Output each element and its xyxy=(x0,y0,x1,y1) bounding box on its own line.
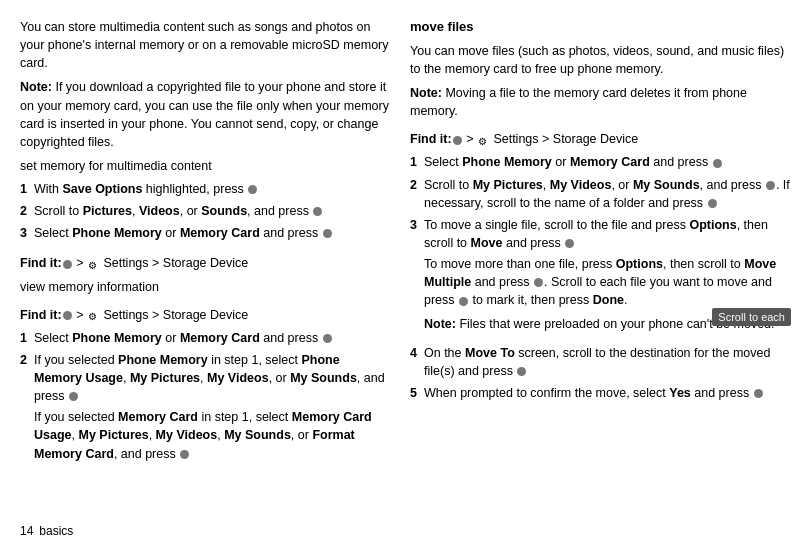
right-list: 1Select Phone Memory or Memory Card and … xyxy=(410,153,791,406)
page-label: basics xyxy=(39,524,73,538)
list-item: 3Select Phone Memory or Memory Card and … xyxy=(20,224,390,242)
find-it-2: Find it: > ⚙ Settings > Storage Device xyxy=(20,306,390,324)
list-item: 4On the Move To screen, scroll to the de… xyxy=(410,344,791,380)
list-item: 2Scroll to Pictures, Videos, or Sounds, … xyxy=(20,202,390,220)
left-note: Note: If you download a copyrighted file… xyxy=(20,78,390,151)
set-memory-title: set memory for multimedia content xyxy=(20,157,390,175)
view-memory-title: view memory information xyxy=(20,278,390,296)
page-footer: 14 basics xyxy=(20,524,73,538)
left-intro-para: You can store multimedia content such as… xyxy=(20,18,390,72)
page-number: 14 xyxy=(20,524,33,538)
set-memory-list: 1With Save Options highlighted, press 2S… xyxy=(20,180,390,246)
list-item: 1Select Phone Memory or Memory Card and … xyxy=(20,329,390,347)
scroll-to-each-badge: Scroll to each xyxy=(712,308,791,326)
find-it-1: Find it: > ⚙ Settings > Storage Device xyxy=(20,254,390,272)
list-item: 1With Save Options highlighted, press xyxy=(20,180,390,198)
right-note: Note: Moving a file to the memory card d… xyxy=(410,84,791,120)
right-section-title: move files xyxy=(410,18,791,37)
right-column: move files You can move files (such as p… xyxy=(410,18,791,538)
right-intro-para: You can move files (such as photos, vide… xyxy=(410,42,791,78)
list-item: 2Scroll to My Pictures, My Videos, or My… xyxy=(410,176,791,212)
list-item: 2If you selected Phone Memory in step 1,… xyxy=(20,351,390,469)
right-find-it: Find it: > ⚙ Settings > Storage Device xyxy=(410,130,791,148)
page-container: You can store multimedia content such as… xyxy=(0,0,811,556)
left-column: You can store multimedia content such as… xyxy=(20,18,390,538)
view-memory-list: 1Select Phone Memory or Memory Card and … xyxy=(20,329,390,473)
list-item: 1Select Phone Memory or Memory Card and … xyxy=(410,153,791,171)
list-item: 5When prompted to confirm the move, sele… xyxy=(410,384,791,402)
